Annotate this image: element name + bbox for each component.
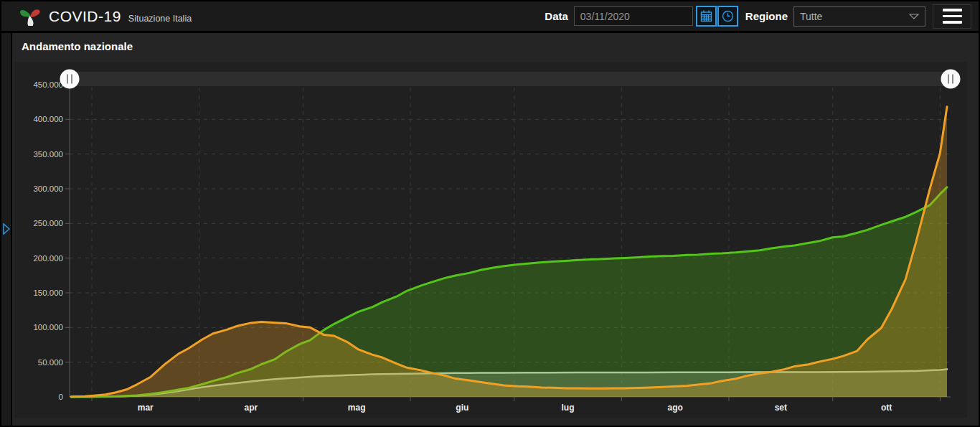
app-title: COVID-19	[49, 8, 121, 25]
date-input[interactable]	[574, 6, 693, 26]
sidebar-expand-button[interactable]	[3, 223, 10, 238]
date-label: Data	[545, 10, 568, 22]
chevron-right-icon	[3, 223, 10, 235]
slider-handle-left[interactable]	[60, 70, 80, 89]
collapsed-sidebar	[1, 33, 11, 426]
region-select[interactable]: Tutte	[793, 6, 925, 27]
hamburger-menu-button[interactable]	[933, 4, 971, 29]
calendar-icon	[700, 10, 712, 22]
panel-title: Andamento nazionale	[22, 40, 133, 52]
app-subtitle: Situazione Italia	[128, 14, 192, 24]
hamburger-menu-icon	[943, 9, 962, 11]
app-header: COVID-19 Situazione Italia Data	[1, 1, 979, 31]
andamento-panel: Andamento nazionale	[12, 33, 979, 426]
region-select-value: Tutte	[800, 11, 822, 22]
slider-handle-right[interactable]	[941, 70, 961, 89]
time-range-slider-track[interactable]	[70, 72, 951, 86]
clock-icon	[722, 10, 734, 22]
region-label: Regione	[745, 10, 788, 22]
clock-button[interactable]	[717, 6, 738, 27]
slider-handle-left-circle[interactable]	[60, 70, 80, 89]
calendar-button[interactable]	[696, 6, 717, 27]
chevron-down-icon	[909, 14, 919, 19]
slider-handle-right-circle[interactable]	[941, 70, 961, 89]
protezione-civile-logo-icon	[20, 6, 40, 26]
